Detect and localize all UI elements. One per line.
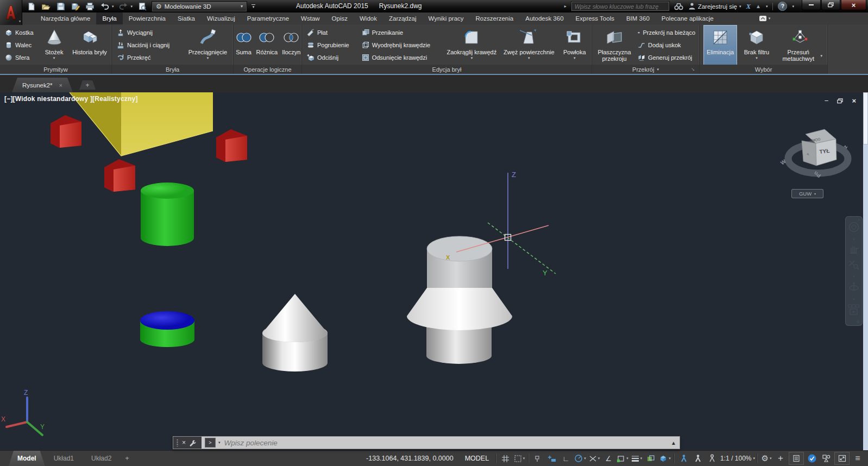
viewcube[interactable]: W Pn z GÓRA PRAWO TYŁ xyxy=(625,129,848,450)
navbar-dropdown-icon-1[interactable]: ▾ xyxy=(853,237,855,242)
viewport-close-icon[interactable]: × xyxy=(852,97,856,105)
drawing-tab[interactable]: Rysunek2* × xyxy=(12,78,73,92)
panel-title-przekroj[interactable]: Przekrój ▾ → xyxy=(592,65,699,74)
tab-rozszerzenia[interactable]: Rozszerzenia xyxy=(470,12,520,24)
green-cylinder-solid[interactable] xyxy=(141,182,194,246)
search-input[interactable] xyxy=(571,2,669,11)
blue-green-cylinder-solid[interactable] xyxy=(140,311,194,347)
ucs-selector-button[interactable]: GUW ▾ xyxy=(791,189,823,198)
qat-customize-button[interactable]: ▾ xyxy=(251,4,255,8)
help-button[interactable]: ? xyxy=(778,2,787,11)
tab-wyniki-pracy[interactable]: Wyniki pracy xyxy=(422,12,469,24)
stozek-button[interactable]: Stożek ▾ xyxy=(40,26,68,65)
roznica-button[interactable]: Różnica xyxy=(255,26,279,65)
selection-cycling-toggle[interactable]: ▾ xyxy=(658,452,672,464)
suma-button[interactable]: Suma xyxy=(235,26,253,65)
wyodrebnij-button[interactable]: Wyodrębnij krawędzie xyxy=(360,40,443,50)
navbar-dropdown-icon-2[interactable]: ▾ xyxy=(853,274,855,279)
kostka-button[interactable]: Kostka xyxy=(3,28,38,37)
tab-zarzadzaj[interactable]: Zarządzaj xyxy=(383,12,423,24)
autodesk360-icon[interactable]: ▲ xyxy=(756,3,761,9)
pogrubienie-button[interactable]: Pogrubienie xyxy=(305,40,357,50)
new-drawing-tab-button[interactable]: + xyxy=(79,80,96,90)
pan-hand-icon[interactable] xyxy=(848,244,860,257)
przekrec-button[interactable]: Przekręć xyxy=(115,53,182,62)
red-cube-solid-2[interactable] xyxy=(104,159,135,192)
annotation-monitor-toggle[interactable]: + xyxy=(773,452,788,464)
new-file-button[interactable] xyxy=(26,2,36,11)
odsuniecie-button[interactable]: Odsunięcie krawędzi xyxy=(360,53,443,62)
command-history-toggle-icon[interactable]: ▲ xyxy=(671,440,676,446)
panel-title-prymityw[interactable]: Prymityw xyxy=(0,65,111,74)
sfera-button[interactable]: Sfera xyxy=(3,53,38,62)
window-restore-button[interactable] xyxy=(821,0,840,10)
tab-powierzchnia[interactable]: Powierzchnia xyxy=(123,12,172,24)
generuj-przekroj-button[interactable]: Generuj przekrój xyxy=(636,53,697,62)
lineweight-toggle[interactable]: ▾ xyxy=(630,452,644,464)
panel-title-edycja[interactable]: Edycja brył xyxy=(302,65,592,74)
red-cube-solid-1[interactable] xyxy=(51,115,81,148)
application-menu-button[interactable]: ▾ xyxy=(0,0,22,25)
isodraft-dropdown-icon[interactable]: ▾ xyxy=(598,456,600,461)
search-binoculars-icon[interactable] xyxy=(674,2,683,10)
osnap-dropdown-icon[interactable]: ▾ xyxy=(626,456,628,461)
polar-dropdown-icon[interactable]: ▾ xyxy=(584,456,586,461)
exchange-apps-icon[interactable]: X xyxy=(746,2,751,11)
snap-dropdown-icon[interactable]: ▾ xyxy=(523,456,525,461)
object-snap-toggle[interactable]: ▾ xyxy=(615,452,630,464)
wyciagnij-button[interactable]: Wyciągnij xyxy=(115,28,182,37)
scrollbar-thumb[interactable] xyxy=(863,92,868,144)
undo-button[interactable] xyxy=(99,2,110,11)
drawing-area[interactable]: [−][Widok niestandardowy ][Realistyczny]… xyxy=(0,92,868,450)
customization-menu-button[interactable]: ≡ xyxy=(851,452,865,464)
undo-dropdown[interactable]: ▾ xyxy=(112,4,114,9)
window-close-button[interactable]: × xyxy=(841,0,866,10)
tab-wstaw[interactable]: Wstaw xyxy=(295,12,326,24)
ortho-mode-toggle[interactable]: ∟ xyxy=(559,452,573,464)
layout2-tab[interactable]: Układ2 xyxy=(83,451,120,466)
command-bar-handle[interactable]: × xyxy=(173,437,202,449)
plaszczyzna-button[interactable]: Płaszczyzna przekroju xyxy=(595,26,634,65)
autodesk360-dropdown-icon[interactable]: ▾ xyxy=(766,4,768,9)
command-input[interactable] xyxy=(223,438,669,448)
command-input-area[interactable]: > ▾ ▲ xyxy=(202,437,680,449)
ribbon-collapse-button[interactable]: ▾ xyxy=(759,12,771,24)
isolate-objects-button[interactable] xyxy=(819,452,833,464)
tab-wizualizuj[interactable]: Wizualizuj xyxy=(201,12,241,24)
viewport-controls-label[interactable]: [−][Widok niestandardowy ][Realistyczny] xyxy=(4,95,138,103)
navbar-dropdown-icon-3[interactable]: ▾ xyxy=(853,297,855,301)
tab-polecane-aplikacje[interactable]: Polecane aplikacje xyxy=(656,12,720,24)
tab-widok[interactable]: Widok xyxy=(354,12,383,24)
iloczyn-button[interactable]: Iloczyn xyxy=(281,26,301,65)
annotation-visibility-toggle[interactable] xyxy=(676,452,690,464)
infocenter-collapse-icon[interactable]: ▸ xyxy=(564,4,567,9)
nacisnij-button[interactable]: Naciśnij i ciągnij xyxy=(115,40,182,50)
panel-title-operacje[interactable]: Operacje logiczne xyxy=(234,65,301,74)
navigation-wheel-icon[interactable] xyxy=(848,221,860,235)
tab-narzedzia-glowne[interactable]: Narzędzia główne xyxy=(35,12,96,24)
zwez-button[interactable]: Zwęż powierzchnie ▾ xyxy=(500,26,557,65)
panel-title-bryla[interactable]: Bryła xyxy=(112,65,233,74)
tab-autodesk-360[interactable]: Autodesk 360 xyxy=(519,12,569,24)
tab-express-tools[interactable]: Express Tools xyxy=(570,12,620,24)
navbar-customize-icon[interactable]: ⊖ xyxy=(856,319,860,324)
przekroj-dialog-launcher-icon[interactable]: → xyxy=(690,65,698,73)
plot-button[interactable] xyxy=(85,2,95,11)
drawing-tab-close-icon[interactable]: × xyxy=(59,82,62,89)
new-layout-button[interactable]: + xyxy=(120,451,134,466)
viewcube-left-face[interactable] xyxy=(802,141,816,166)
selection-cycling-dropdown-icon[interactable]: ▾ xyxy=(669,456,671,461)
red-cube-solid-3[interactable] xyxy=(216,129,247,162)
navigation-bar[interactable]: × ▾ ▾ ▾ ⊖ xyxy=(845,216,863,326)
tab-bim-360[interactable]: BIM 360 xyxy=(620,12,656,24)
help-dropdown-icon[interactable]: ▾ xyxy=(792,4,794,9)
odcisnij-button[interactable]: Odciśnij xyxy=(305,53,357,62)
workspace-switch-dropdown-icon[interactable]: ▾ xyxy=(770,456,772,461)
tab-parametryczne[interactable]: Parametryczne xyxy=(241,12,295,24)
window-minimize-button[interactable] xyxy=(802,0,821,10)
dodaj-uskok-button[interactable]: Dodaj uskok xyxy=(636,40,697,50)
model-space-button[interactable]: MODEL xyxy=(460,455,494,462)
eliminacja-button[interactable]: Eliminacja xyxy=(704,26,737,65)
workspace-selector[interactable]: ⚙ Modelowanie 3D ▾ xyxy=(152,1,247,12)
units-button[interactable] xyxy=(789,452,804,465)
